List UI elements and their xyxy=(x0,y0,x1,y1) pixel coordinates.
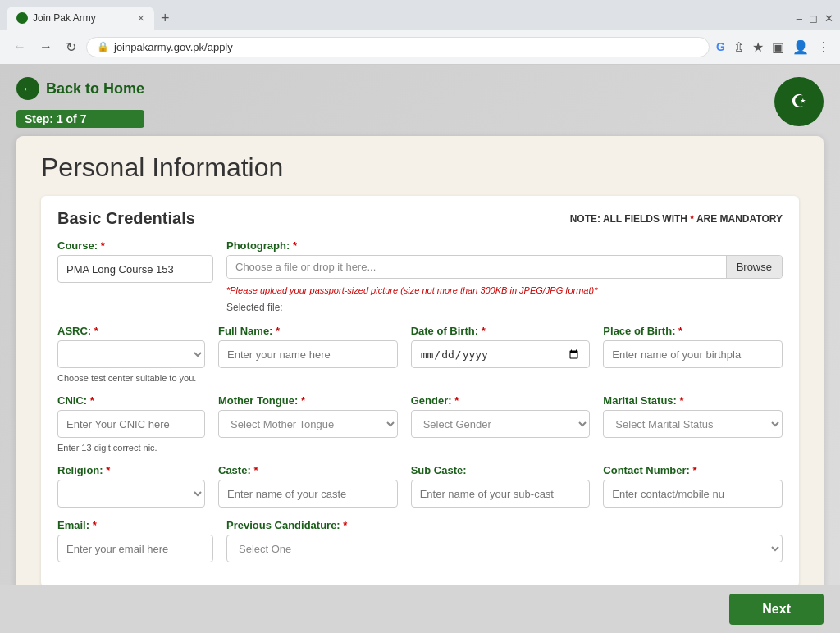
place-of-birth-group: Place of Birth: * xyxy=(603,325,783,368)
back-home-label: Back to Home xyxy=(46,80,144,98)
email-input[interactable] xyxy=(57,535,213,562)
caste-label: Caste: * xyxy=(218,464,398,476)
back-home-link[interactable]: ← Back to Home xyxy=(16,77,144,100)
mandatory-note: NOTE: ALL FIELDS WITH * ARE MANDATORY xyxy=(570,213,783,225)
course-label: Course: * xyxy=(57,239,213,252)
contact-input[interactable] xyxy=(603,480,783,508)
asrc-fullname-row: ASRC: * Choose test center suitable to y… xyxy=(57,325,783,383)
step-badge: Step: 1 of 7 xyxy=(16,110,144,128)
course-group: Course: * xyxy=(57,239,213,283)
gender-select[interactable]: Select Gender xyxy=(411,410,591,438)
tab-close-button[interactable]: × xyxy=(138,11,144,25)
dob-label: Date of Birth: * xyxy=(411,325,591,337)
page-header: ← Back to Home Step: 1 of 7 ☪ xyxy=(16,77,824,128)
asrc-group: ASRC: * Choose test center suitable to y… xyxy=(57,325,205,383)
section-title: Basic Credentials xyxy=(57,209,195,228)
file-input-wrapper: Choose a file or drop it here... Browse xyxy=(226,255,783,279)
prev-candidature-label: Previous Candidature: * xyxy=(226,519,783,531)
tab-actions: – ◻ ✕ xyxy=(797,12,833,25)
cnic-group: CNIC: * Enter 13 digit correct nic. xyxy=(57,394,205,453)
minimize-button[interactable]: – xyxy=(797,12,802,25)
cnic-label: CNIC: * xyxy=(57,394,205,407)
fullname-input[interactable] xyxy=(218,340,398,368)
gender-group: Gender: * Select Gender xyxy=(411,394,591,438)
fullname-group: Full Name: * xyxy=(218,325,398,368)
contact-group: Contact Number: * xyxy=(603,464,783,508)
active-tab[interactable]: Join Pak Army × xyxy=(7,7,154,30)
page-title: Personal Information xyxy=(41,153,799,183)
refresh-button[interactable]: ↻ xyxy=(62,38,80,57)
file-placeholder: Choose a file or drop it here... xyxy=(227,256,726,278)
note-star: * xyxy=(690,213,694,225)
photo-note: *Please upload your passport-sized pictu… xyxy=(226,285,783,295)
profile-icon[interactable]: 👤 xyxy=(792,39,809,55)
dob-group: Date of Birth: * xyxy=(411,325,591,368)
tab-title: Join Pak Army xyxy=(33,12,96,24)
section-header: Basic Credentials NOTE: ALL FIELDS WITH … xyxy=(57,209,783,228)
email-row: Email: * Previous Candidature: * Select … xyxy=(57,519,783,562)
close-window-button[interactable]: ✕ xyxy=(824,12,833,25)
place-of-birth-input[interactable] xyxy=(603,340,783,368)
sub-caste-label: Sub Caste: xyxy=(411,464,591,476)
page-content: ← Back to Home Step: 1 of 7 ☪ Personal I… xyxy=(0,65,840,633)
marital-status-select[interactable]: Select Marital Status xyxy=(603,410,783,438)
course-photo-row: Course: * Photograph: * Choose a file or… xyxy=(57,239,783,313)
menu-icon[interactable]: ⋮ xyxy=(817,39,830,55)
marital-status-group: Marital Status: * Select Marital Status xyxy=(603,394,783,438)
crescent-icon: ☪ xyxy=(791,91,807,112)
email-label: Email: * xyxy=(57,519,213,531)
dob-input[interactable] xyxy=(411,340,591,368)
bookmark-icon[interactable]: ★ xyxy=(752,39,764,55)
prev-candidature-select[interactable]: Select One xyxy=(226,535,783,562)
mother-tongue-select[interactable]: Select Mother Tongue xyxy=(218,410,398,438)
asrc-select[interactable] xyxy=(57,340,205,368)
next-button[interactable]: Next xyxy=(729,594,824,625)
tab-bar: Join Pak Army × + – ◻ ✕ xyxy=(0,0,840,30)
browser-chrome: Join Pak Army × + – ◻ ✕ ← → ↻ 🔒 joinpaka… xyxy=(0,0,840,65)
form-card: Personal Information Basic Credentials N… xyxy=(16,136,824,603)
sub-caste-group: Sub Caste: xyxy=(411,464,591,508)
tab-group-icon[interactable]: ▣ xyxy=(772,39,784,55)
browser-right-icons: G ⇫ ★ ▣ 👤 ⋮ xyxy=(716,39,830,55)
back-arrow-icon: ← xyxy=(16,77,39,100)
religion-row: Religion: * Caste: * Sub Caste: xyxy=(57,464,783,508)
sub-caste-input[interactable] xyxy=(411,480,591,508)
forward-button[interactable]: → xyxy=(36,38,56,56)
credentials-section: Basic Credentials NOTE: ALL FIELDS WITH … xyxy=(41,196,799,587)
tab-favicon xyxy=(16,12,28,24)
marital-status-label: Marital Status: * xyxy=(603,394,783,407)
lock-icon: 🔒 xyxy=(97,41,109,52)
gender-label: Gender: * xyxy=(411,394,591,407)
selected-file-label: Selected file: xyxy=(226,302,783,313)
photograph-group: Photograph: * Choose a file or drop it h… xyxy=(226,239,783,313)
restore-button[interactable]: ◻ xyxy=(809,12,818,25)
cnic-hint: Enter 13 digit correct nic. xyxy=(57,443,205,453)
prev-candidature-group: Previous Candidature: * Select One xyxy=(226,519,783,562)
cnic-row: CNIC: * Enter 13 digit correct nic. Moth… xyxy=(57,394,783,453)
address-bar: ← → ↻ 🔒 joinpakarmy.gov.pk/apply G ⇫ ★ ▣… xyxy=(0,30,840,64)
note-prefix: NOTE: xyxy=(570,213,600,225)
asrc-label: ASRC: * xyxy=(57,325,205,337)
back-button[interactable]: ← xyxy=(10,38,30,56)
religion-select[interactable] xyxy=(57,480,205,508)
course-input[interactable] xyxy=(57,255,213,283)
contact-label: Contact Number: * xyxy=(603,464,783,476)
place-of-birth-label: Place of Birth: * xyxy=(603,325,783,337)
photograph-label: Photograph: * xyxy=(226,239,783,252)
caste-input[interactable] xyxy=(218,480,398,508)
url-text: joinpakarmy.gov.pk/apply xyxy=(114,41,233,53)
religion-group: Religion: * xyxy=(57,464,205,508)
asrc-hint: Choose test center suitable to you. xyxy=(57,373,205,383)
browse-button[interactable]: Browse xyxy=(726,256,782,278)
religion-label: Religion: * xyxy=(57,464,205,476)
note-body: ALL FIELDS WITH xyxy=(603,213,690,225)
url-bar[interactable]: 🔒 joinpakarmy.gov.pk/apply xyxy=(86,37,710,57)
note-suffix: ARE MANDATORY xyxy=(696,213,783,225)
google-icon: G xyxy=(716,40,725,53)
email-group: Email: * xyxy=(57,519,213,562)
share-icon[interactable]: ⇫ xyxy=(733,39,744,55)
bottom-bar: Next xyxy=(0,585,840,633)
new-tab-button[interactable]: + xyxy=(154,10,176,27)
cnic-input[interactable] xyxy=(57,410,205,438)
mother-tongue-label: Mother Tongue: * xyxy=(218,394,398,407)
